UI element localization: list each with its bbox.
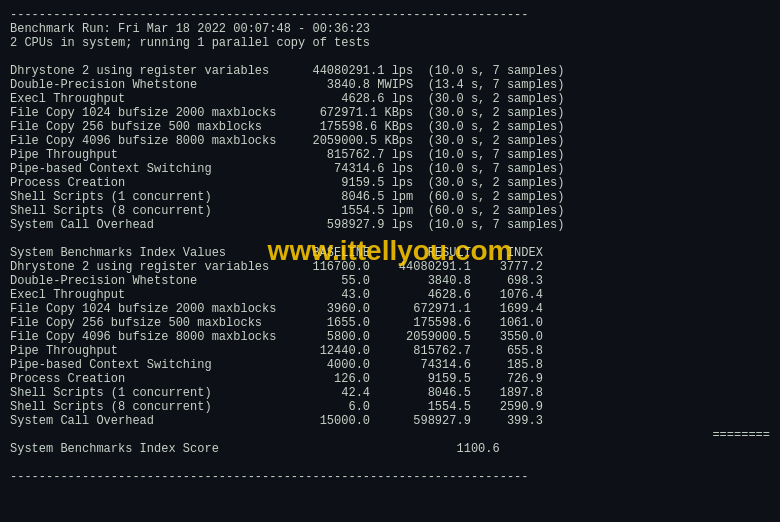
index-row: Dhrystone 2 using register variables 116… — [10, 260, 770, 274]
run-result-row: Shell Scripts (1 concurrent) 8046.5 lpm … — [10, 190, 770, 204]
run-result-row: Pipe-based Context Switching 74314.6 lps… — [10, 162, 770, 176]
index-row: Double-Precision Whetstone 55.0 3840.8 6… — [10, 274, 770, 288]
separator-bottom: ----------------------------------------… — [10, 470, 770, 484]
run-result-row: File Copy 4096 bufsize 8000 maxblocks 20… — [10, 134, 770, 148]
index-row: Execl Throughput 43.0 4628.6 1076.4 — [10, 288, 770, 302]
blank-3 — [10, 456, 770, 470]
run-result-row: Pipe Throughput 815762.7 lps (10.0 s, 7 … — [10, 148, 770, 162]
index-row: Pipe-based Context Switching 4000.0 7431… — [10, 358, 770, 372]
index-row: Process Creation 126.0 9159.5 726.9 — [10, 372, 770, 386]
run-result-row: Shell Scripts (8 concurrent) 1554.5 lpm … — [10, 204, 770, 218]
run-result-row: System Call Overhead 598927.9 lps (10.0 … — [10, 218, 770, 232]
score-row: System Benchmarks Index Score 1100.6 — [10, 442, 770, 456]
index-row: System Call Overhead 15000.0 598927.9 39… — [10, 414, 770, 428]
index-row: Pipe Throughput 12440.0 815762.7 655.8 — [10, 344, 770, 358]
index-section: System Benchmarks Index Values BASELINE … — [10, 246, 770, 428]
index-row: Shell Scripts (8 concurrent) 6.0 1554.5 … — [10, 400, 770, 414]
terminal-container: ----------------------------------------… — [10, 8, 770, 484]
run-result-row: Execl Throughput 4628.6 lps (30.0 s, 2 s… — [10, 92, 770, 106]
header-line1: Benchmark Run: Fri Mar 18 2022 00:07:48 … — [10, 22, 770, 36]
index-header: System Benchmarks Index Values BASELINE … — [10, 246, 770, 260]
blank-2 — [10, 232, 770, 246]
run-result-row: Dhrystone 2 using register variables 440… — [10, 64, 770, 78]
run-result-row: File Copy 1024 bufsize 2000 maxblocks 67… — [10, 106, 770, 120]
score-line: System Benchmarks Index Score 1100.6 — [10, 442, 500, 456]
index-row: File Copy 256 bufsize 500 maxblocks 1655… — [10, 316, 770, 330]
run-results: Dhrystone 2 using register variables 440… — [10, 64, 770, 232]
header-line2: 2 CPUs in system; running 1 parallel cop… — [10, 36, 770, 50]
separator-top: ----------------------------------------… — [10, 8, 770, 22]
blank-1 — [10, 50, 770, 64]
run-result-row: Process Creation 9159.5 lps (30.0 s, 2 s… — [10, 176, 770, 190]
index-row: File Copy 1024 bufsize 2000 maxblocks 39… — [10, 302, 770, 316]
score-equals: ======== — [10, 428, 770, 442]
run-result-row: File Copy 256 bufsize 500 maxblocks 1755… — [10, 120, 770, 134]
index-row: File Copy 4096 bufsize 8000 maxblocks 58… — [10, 330, 770, 344]
run-result-row: Double-Precision Whetstone 3840.8 MWIPS … — [10, 78, 770, 92]
index-row: Shell Scripts (1 concurrent) 42.4 8046.5… — [10, 386, 770, 400]
